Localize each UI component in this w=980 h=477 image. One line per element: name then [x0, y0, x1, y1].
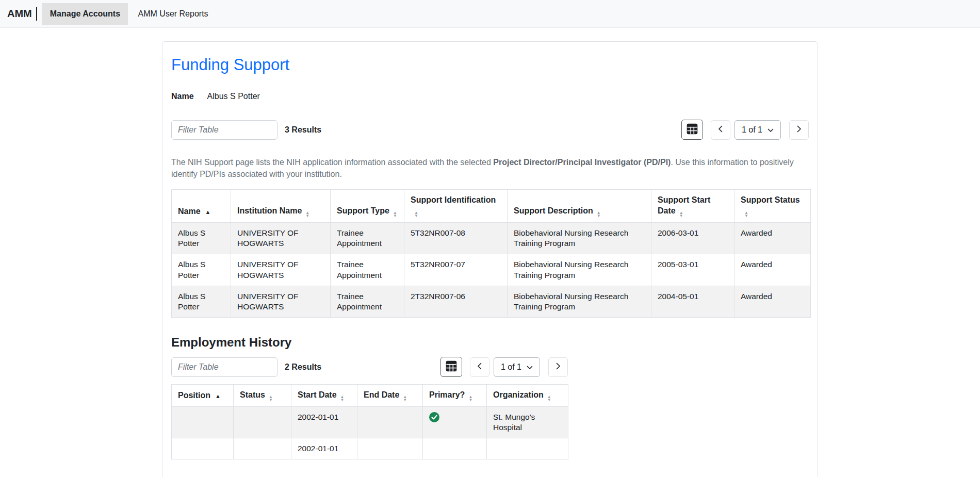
column-header-support-type[interactable]: Support Type▲▼	[331, 190, 404, 223]
page-select-value: 1 of 1	[501, 363, 521, 372]
header-row: Position▲Status▲▼Start Date▲▼End Date▲▼P…	[172, 385, 568, 407]
page-select[interactable]: 1 of 1	[734, 120, 781, 140]
column-label: Support Type	[337, 206, 389, 215]
support-results-count: 3 Results	[285, 125, 321, 135]
support-table-header: Name▲Institution Name▲▼Support Type▲▼Sup…	[172, 190, 811, 223]
name-row: Name Albus S Potter	[171, 92, 809, 101]
table-grid-icon	[446, 360, 457, 373]
employment-table-controls: 2 Results	[171, 357, 568, 377]
navbar-divider	[36, 7, 37, 21]
app-brand: AMM	[7, 8, 32, 20]
chevron-down-icon	[767, 125, 774, 135]
column-label: Support Start Date	[658, 195, 710, 215]
column-label: Institution Name	[237, 206, 302, 215]
sort-asc-icon: ▲	[215, 393, 221, 399]
chevron-down-icon	[527, 363, 533, 372]
funding-support-card: Funding Support Name Albus S Potter 3 Re…	[162, 41, 818, 477]
name-label: Name	[171, 92, 194, 101]
table-cell: Trainee Appointment	[331, 254, 404, 286]
support-table-body: Albus S PotterUNIVERSITY OF HOGWARTSTrai…	[172, 223, 811, 318]
description-bold-text: Project Director/Principal Investigator …	[493, 158, 671, 167]
employment-prev-page-button[interactable]	[470, 357, 489, 377]
table-cell: Albus S Potter	[172, 254, 231, 286]
column-header-support-status[interactable]: Support Status▲▼	[734, 190, 811, 223]
column-header-end-date[interactable]: End Date▲▼	[357, 385, 423, 407]
employment-history-section: 2 Results	[171, 357, 568, 459]
table-cell: 2002-01-01	[291, 407, 357, 438]
column-toggle-button[interactable]	[681, 120, 703, 140]
table-cell: 5T32NR007-08	[404, 223, 508, 254]
column-header-start-date[interactable]: Start Date▲▼	[291, 385, 357, 407]
support-filter-input[interactable]	[171, 120, 277, 140]
table-cell	[172, 407, 234, 438]
table-cell: 5T32NR007-07	[404, 254, 508, 286]
header-row: Name▲Institution Name▲▼Support Type▲▼Sup…	[172, 190, 811, 223]
column-label: Support Identification	[411, 195, 496, 204]
column-label: Start Date	[298, 390, 337, 399]
top-navbar: AMM Manage Accounts AMM User Reports	[0, 0, 980, 28]
nav-amm-user-reports[interactable]: AMM User Reports	[130, 3, 216, 25]
prev-page-button[interactable]	[711, 120, 730, 140]
column-header-organization[interactable]: Organization▲▼	[487, 385, 568, 407]
sort-icon: ▲▼	[744, 211, 748, 218]
table-cell	[234, 438, 291, 459]
column-label: End Date	[364, 390, 399, 399]
sort-asc-icon: ▲	[205, 209, 211, 215]
column-header-support-identification[interactable]: Support Identification▲▼	[404, 190, 508, 223]
table-cell: Biobehavioral Nursing Research Training …	[508, 286, 651, 317]
column-header-support-description[interactable]: Support Description▲▼	[508, 190, 651, 223]
main-content: Funding Support Name Albus S Potter 3 Re…	[0, 41, 980, 477]
name-value: Albus S Potter	[207, 92, 260, 101]
column-header-position[interactable]: Position▲	[172, 385, 234, 407]
employment-table-header: Position▲Status▲▼Start Date▲▼End Date▲▼P…	[172, 385, 568, 407]
employment-filter-input[interactable]	[171, 357, 277, 377]
column-header-name[interactable]: Name▲	[172, 190, 231, 223]
column-header-institution-name[interactable]: Institution Name▲▼	[231, 190, 331, 223]
column-header-primary[interactable]: Primary?▲▼	[423, 385, 487, 407]
table-row: 2002-01-01St. Mungo's Hospital	[172, 407, 568, 438]
page-title: Funding Support	[171, 56, 809, 74]
sort-icon: ▲▼	[414, 211, 418, 218]
sort-icon: ▲▼	[679, 211, 683, 218]
support-table-controls: 3 Results 1 of 1	[171, 120, 809, 140]
table-cell	[487, 438, 568, 459]
table-row: Albus S PotterUNIVERSITY OF HOGWARTSTrai…	[172, 223, 811, 254]
sort-icon: ▲▼	[393, 211, 397, 218]
table-cell: 2004-05-01	[651, 286, 734, 317]
table-cell	[357, 438, 423, 459]
support-description: The NIH Support page lists the NIH appli…	[171, 156, 809, 180]
table-cell	[423, 438, 487, 459]
table-cell: Awarded	[734, 223, 811, 254]
chevron-left-icon	[477, 363, 482, 371]
employment-column-toggle-button[interactable]	[440, 357, 462, 377]
table-cell	[172, 438, 234, 459]
table-cell: Trainee Appointment	[331, 286, 404, 317]
table-cell	[234, 407, 291, 438]
page-select-value: 1 of 1	[742, 125, 762, 135]
employment-next-page-button[interactable]	[548, 357, 568, 377]
table-cell: 2T32NR007-06	[404, 286, 508, 317]
table-cell	[423, 407, 487, 438]
employment-history-title: Employment History	[171, 335, 809, 350]
column-label: Support Description	[514, 206, 593, 215]
chevron-left-icon	[718, 125, 723, 134]
table-cell: UNIVERSITY OF HOGWARTS	[231, 286, 331, 317]
column-label: Organization	[493, 390, 544, 399]
nav-manage-accounts[interactable]: Manage Accounts	[42, 3, 128, 25]
next-page-button[interactable]	[789, 120, 809, 140]
column-header-support-start-date[interactable]: Support Start Date▲▼	[651, 190, 734, 223]
chevron-right-icon	[797, 125, 802, 134]
sort-icon: ▲▼	[547, 396, 551, 402]
table-row: Albus S PotterUNIVERSITY OF HOGWARTSTrai…	[172, 254, 811, 286]
table-cell: 2005-03-01	[651, 254, 734, 286]
table-cell: Biobehavioral Nursing Research Training …	[508, 254, 651, 286]
table-cell: Awarded	[734, 286, 811, 317]
table-cell: St. Mungo's Hospital	[487, 407, 568, 438]
description-text: The NIH Support page lists the NIH appli…	[171, 158, 493, 167]
table-cell	[357, 407, 423, 438]
table-cell: Biobehavioral Nursing Research Training …	[508, 223, 651, 254]
column-header-status[interactable]: Status▲▼	[234, 385, 291, 407]
employment-page-select[interactable]: 1 of 1	[494, 357, 540, 377]
table-cell: Awarded	[734, 254, 811, 286]
sort-icon: ▲▼	[597, 211, 601, 218]
